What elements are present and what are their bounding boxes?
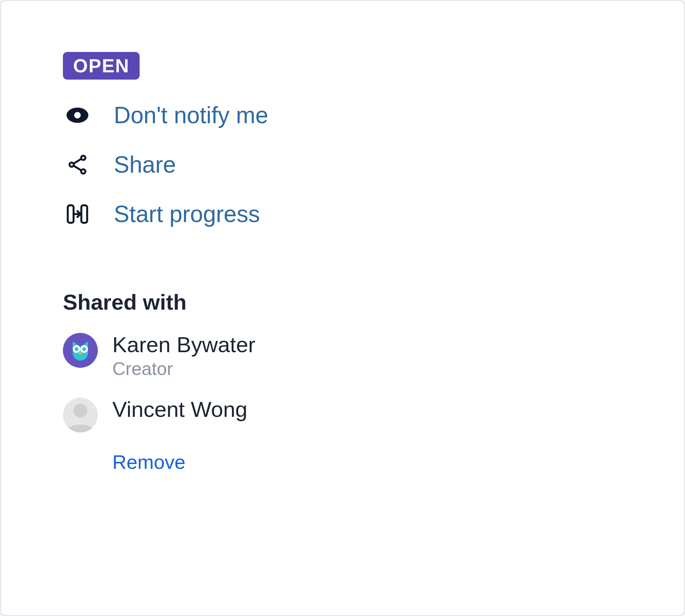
shared-person-role: Creator xyxy=(112,358,256,379)
svg-point-2 xyxy=(81,156,85,160)
actions-list: Don't notify me Share xyxy=(63,90,622,239)
shared-person-info: Karen Bywater Creator xyxy=(112,333,256,379)
svg-point-1 xyxy=(74,112,81,118)
svg-point-4 xyxy=(81,169,85,174)
action-label: Start progress xyxy=(114,201,260,228)
issue-side-panel: OPEN Don't notify me Sh xyxy=(0,0,685,616)
svg-point-15 xyxy=(73,404,87,418)
shared-with-list: Karen Bywater Creator Vincent Wong Remov… xyxy=(63,333,622,473)
svg-line-5 xyxy=(73,159,81,164)
shared-person-info: Vincent Wong xyxy=(112,398,247,422)
shared-person-name: Karen Bywater xyxy=(112,333,256,357)
start-progress-action[interactable]: Start progress xyxy=(63,189,622,239)
shared-person-name: Vincent Wong xyxy=(112,398,247,422)
action-label: Share xyxy=(114,151,176,178)
avatar xyxy=(63,398,98,432)
avatar xyxy=(63,333,98,368)
action-label: Don't notify me xyxy=(114,102,268,129)
svg-line-6 xyxy=(73,166,81,170)
shared-person: Karen Bywater Creator xyxy=(63,333,622,379)
shared-with-heading: Shared with xyxy=(63,290,622,315)
shared-person: Vincent Wong xyxy=(63,398,622,432)
remove-share-link[interactable]: Remove xyxy=(112,451,622,473)
svg-point-3 xyxy=(69,162,74,167)
svg-point-12 xyxy=(75,347,79,351)
svg-point-13 xyxy=(82,347,86,351)
transition-icon xyxy=(63,200,92,229)
svg-rect-8 xyxy=(81,205,87,223)
watching-eye-icon xyxy=(63,101,92,130)
share-action[interactable]: Share xyxy=(63,140,622,189)
share-icon xyxy=(63,150,92,179)
dont-notify-me-action[interactable]: Don't notify me xyxy=(63,90,622,140)
status-badge[interactable]: OPEN xyxy=(63,52,140,80)
